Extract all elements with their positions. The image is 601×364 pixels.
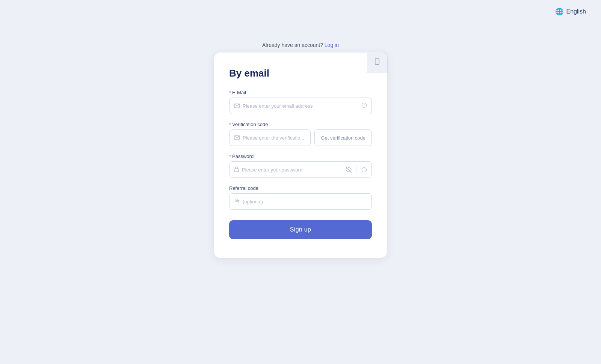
password-label: * Password [229, 153, 372, 159]
verification-icon [234, 135, 240, 141]
account-row: Already have an account? Log in [262, 42, 339, 48]
password-input-wrapper [229, 161, 372, 178]
password-field-group: * Password [229, 153, 372, 178]
email-field-group: * E-Mail [229, 90, 372, 114]
referral-input-wrapper [229, 193, 372, 210]
email-label: * E-Mail [229, 90, 372, 95]
password-required-star: * [229, 153, 231, 159]
password-input[interactable] [242, 167, 336, 173]
top-bar: 🌐 English [540, 0, 601, 23]
svg-rect-7 [234, 169, 239, 172]
referral-input[interactable] [243, 199, 367, 205]
phone-tab[interactable] [367, 52, 388, 73]
verification-input-wrapper [229, 129, 311, 146]
get-verification-code-button[interactable]: Get verification code [314, 129, 372, 146]
toggle-password-visibility-button[interactable] [341, 161, 356, 178]
email-input-wrapper [229, 98, 372, 114]
already-account-text: Already have an account? [262, 42, 323, 48]
form-title: By email [229, 68, 372, 79]
phone-icon [374, 58, 381, 67]
referral-field-group: Referral code [229, 185, 372, 210]
signup-card: By email * E-Mail [214, 53, 387, 258]
verification-row: Get verification code [229, 129, 372, 146]
language-label[interactable]: English [566, 8, 586, 15]
verification-field-group: * Verification code Get verification cod… [229, 122, 372, 146]
verification-input[interactable] [243, 135, 306, 141]
email-input[interactable] [243, 103, 358, 109]
lock-icon [234, 166, 239, 173]
email-info-icon[interactable] [361, 102, 367, 109]
email-required-star: * [229, 90, 231, 95]
verification-required-star: * [229, 122, 231, 127]
verification-label: * Verification code [229, 122, 372, 127]
globe-icon: 🌐 [555, 8, 563, 16]
svg-point-12 [236, 199, 238, 201]
referral-icon [234, 198, 240, 205]
email-icon [234, 103, 240, 109]
password-info-button[interactable] [356, 161, 371, 178]
signup-button[interactable]: Sign up [229, 220, 372, 239]
password-input-left [230, 166, 341, 173]
referral-label: Referral code [229, 185, 372, 191]
login-link[interactable]: Log in [325, 42, 339, 48]
